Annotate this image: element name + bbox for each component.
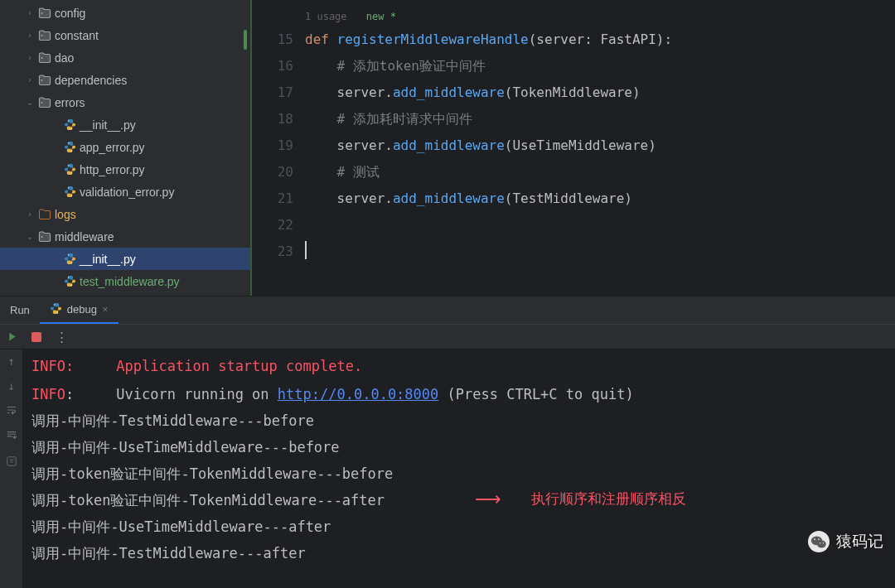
svg-point-24 — [814, 538, 815, 540]
python-file-icon — [61, 118, 78, 131]
chevron-icon[interactable]: ⌄ — [23, 98, 36, 107]
svg-point-19 — [57, 311, 58, 312]
svg-point-16 — [67, 277, 68, 277]
chevron-icon[interactable]: › — [23, 210, 36, 219]
python-icon — [50, 302, 62, 317]
close-icon[interactable]: × — [102, 303, 109, 316]
folder-icon — [36, 74, 53, 87]
tree-item-label: app_error.py — [78, 141, 145, 154]
tree-item-label: dao — [53, 51, 74, 65]
filter-icon[interactable] — [6, 455, 17, 470]
tree-item-label: test_middleware.py — [78, 275, 180, 288]
watermark: 猿码记 — [808, 528, 883, 555]
tree-item-label: middleware — [53, 230, 114, 243]
tree-item-test-middleware-py[interactable]: test_middleware.py — [0, 270, 250, 292]
code-line[interactable]: # 添加耗时请求中间件 — [305, 106, 672, 133]
up-icon[interactable]: ↑ — [7, 354, 14, 368]
tree-item-constant[interactable]: ›constant — [0, 24, 250, 46]
folder-icon — [36, 51, 53, 65]
tree-item-middleware[interactable]: ⌄middleware — [0, 225, 250, 248]
console-output[interactable]: INFO: Application startup complete.INFO:… — [23, 349, 895, 588]
tree-item--init-py[interactable]: __init__.py — [0, 113, 250, 136]
tree-item-label: constant — [53, 29, 99, 42]
tree-item-label: __init__.py — [78, 118, 136, 132]
tree-item-app-error-py[interactable]: app_error.py — [0, 136, 250, 158]
wechat-icon — [808, 531, 830, 552]
tree-item-validation-error-py[interactable]: validation_error.py — [0, 181, 250, 203]
svg-point-4 — [41, 102, 43, 104]
code-line[interactable]: server.add_middleware(TestMiddleware) — [305, 186, 672, 212]
code-line[interactable]: server.add_middleware(TokenMiddleware) — [305, 80, 672, 106]
svg-point-12 — [70, 195, 71, 196]
console-line: 调用-token验证中间件-TokenMiddleware---after — [31, 487, 887, 513]
tree-item-label: __init__.py — [78, 253, 136, 266]
folder-icon — [36, 29, 53, 42]
console-line: 调用-中间件-UseTimeMiddleware---before — [31, 434, 887, 460]
code-line[interactable] — [305, 239, 672, 265]
chevron-icon[interactable]: › — [23, 53, 36, 62]
python-file-icon — [61, 253, 78, 265]
svg-point-15 — [70, 263, 71, 263]
console: ↑ ↓ INFO: Application startup complete.I… — [0, 349, 895, 588]
svg-point-17 — [70, 285, 71, 286]
svg-point-1 — [41, 35, 43, 36]
svg-point-6 — [70, 128, 71, 129]
arrow-icon: ⟶ — [475, 486, 501, 513]
svg-point-2 — [41, 57, 43, 59]
down-icon[interactable]: ↓ — [7, 379, 14, 393]
tree-item-label: validation_error.py — [78, 186, 174, 199]
stop-button[interactable] — [30, 330, 43, 344]
svg-point-0 — [41, 12, 43, 14]
more-icon[interactable]: ⋮ — [55, 330, 68, 344]
python-file-icon — [61, 141, 78, 153]
annotation: ⟶ 执行顺序和注册顺序相反 — [475, 486, 686, 513]
text-caret — [305, 241, 307, 259]
watermark-text: 猿码记 — [836, 528, 883, 555]
svg-point-8 — [70, 151, 71, 152]
svg-point-14 — [67, 254, 68, 255]
chevron-icon[interactable]: ⌄ — [23, 232, 36, 241]
tree-item-dependencies[interactable]: ›dependencies — [0, 69, 250, 91]
code-line[interactable] — [305, 212, 672, 239]
svg-point-26 — [820, 542, 820, 543]
rerun-button[interactable] — [5, 330, 18, 344]
svg-point-13 — [41, 236, 43, 238]
svg-point-25 — [818, 538, 820, 540]
folder-icon — [36, 208, 53, 221]
code-line[interactable]: # 添加token验证中间件 — [305, 53, 672, 80]
chevron-icon[interactable]: › — [23, 75, 36, 84]
run-panel-header: Run debug × — [0, 296, 895, 325]
code-line[interactable]: # 测试 — [305, 159, 672, 186]
python-file-icon — [61, 275, 78, 287]
run-tab-debug[interactable]: debug × — [40, 296, 119, 324]
tree-item-label: dependencies — [53, 74, 127, 87]
code-editor[interactable]: 151617181920212223 1 usage new * def reg… — [250, 0, 895, 296]
python-file-icon — [61, 163, 78, 176]
svg-point-7 — [67, 142, 68, 143]
console-line: 调用-中间件-TestMiddleware---before — [31, 407, 887, 434]
wrap-icon[interactable] — [6, 404, 17, 418]
svg-point-11 — [67, 187, 68, 188]
scroll-end-icon[interactable] — [6, 430, 17, 444]
folder-icon — [36, 96, 53, 109]
tree-item-errors[interactable]: ⌄errors — [0, 91, 250, 113]
folder-icon — [36, 230, 53, 243]
project-tree[interactable]: ›config›constant›dao›dependencies⌄errors… — [0, 0, 250, 296]
editor-gutter: 151617181920212223 — [250, 0, 305, 296]
code-line[interactable]: def registerMiddlewareHandle(server: Fas… — [305, 27, 672, 53]
tree-item--init-py[interactable]: __init__.py — [0, 248, 250, 270]
code-line[interactable]: server.add_middleware(UseTimeMiddleware) — [305, 133, 672, 159]
chevron-icon[interactable]: › — [23, 8, 36, 17]
tree-item-http-error-py[interactable]: http_error.py — [0, 158, 250, 181]
tree-item-dao[interactable]: ›dao — [0, 46, 250, 69]
console-url[interactable]: http://0.0.0.0:8000 — [278, 386, 438, 402]
tree-item-logs[interactable]: ›logs — [0, 203, 250, 225]
console-line: 调用-中间件-TestMiddleware---after — [31, 540, 887, 566]
tree-item-config[interactable]: ›config — [0, 2, 250, 24]
svg-point-27 — [823, 542, 824, 543]
chevron-icon[interactable]: › — [23, 31, 36, 40]
run-toolbar: ⋮ — [0, 325, 895, 349]
code-area[interactable]: def registerMiddlewareHandle(server: Fas… — [305, 0, 672, 296]
console-line: 调用-token验证中间件-TokenMiddleware---before — [31, 460, 887, 487]
svg-rect-20 — [31, 332, 41, 342]
